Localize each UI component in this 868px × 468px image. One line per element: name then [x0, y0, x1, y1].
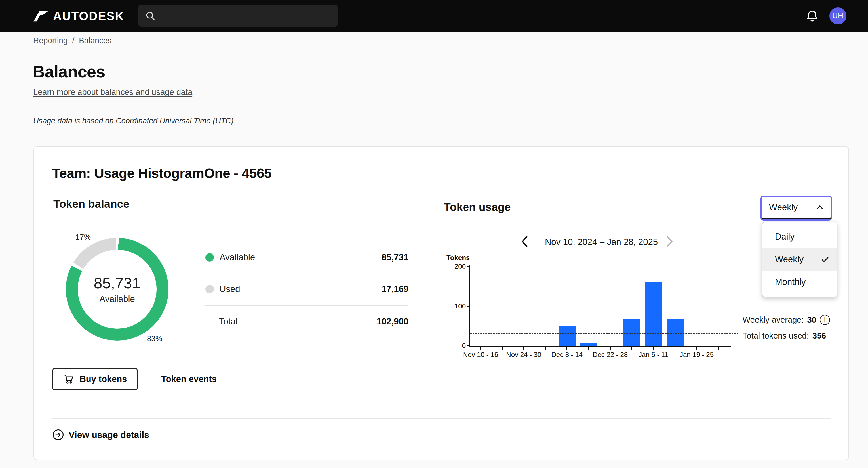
next-period-button[interactable] — [665, 235, 674, 248]
search-input[interactable] — [160, 11, 331, 21]
total-used-value: 356 — [812, 331, 826, 341]
info-icon[interactable]: i — [820, 315, 830, 325]
team-card-title: Team: Usage HistogramOne - 4565 — [52, 166, 272, 181]
learn-more-link[interactable]: Learn more about balances and usage data — [33, 87, 192, 97]
notifications-button[interactable] — [806, 9, 819, 22]
autodesk-mark-icon — [33, 11, 49, 22]
page-title: Balances — [33, 62, 105, 82]
chevron-right-icon — [665, 235, 674, 248]
utc-note: Usage data is based on Coordinated Unive… — [33, 117, 236, 125]
x-tick-mark — [631, 347, 632, 350]
chart-y-axis-title: Tokens — [446, 254, 470, 262]
legend-available-label: Available — [220, 252, 255, 263]
top-navbar: AUTODESK UH — [0, 0, 868, 31]
token-events-button[interactable]: Token events — [154, 368, 223, 390]
cart-icon — [63, 374, 74, 385]
donut-center-value: 85,731 — [94, 274, 141, 292]
y-tick-label: 100 — [442, 302, 466, 310]
x-tick-mark — [675, 347, 675, 350]
x-tick-mark — [523, 347, 524, 350]
breadcrumb-separator: / — [72, 36, 74, 45]
legend-row-available: Available 85,731 — [205, 250, 408, 265]
check-icon — [822, 257, 829, 262]
legend-used-label: Used — [220, 284, 240, 294]
donut-available-percent-label: 83% — [147, 334, 162, 343]
x-tick-label: Nov 24 - 30 — [499, 351, 548, 359]
available-dot-icon — [205, 253, 214, 262]
donut-center: 85,731 Available — [78, 250, 157, 329]
x-tick-label: Nov 10 - 16 — [457, 351, 505, 359]
token-balance-heading: Token balance — [53, 198, 129, 210]
donut-used-percent-label: 17% — [75, 233, 91, 241]
view-usage-details-label: View usage details — [69, 430, 149, 440]
date-range-label: Nov 10, 2024 – Jan 28, 2025 — [539, 237, 664, 247]
legend-total-label: Total — [205, 317, 238, 327]
x-axis-line — [469, 346, 731, 347]
breadcrumb: Reporting / Balances — [33, 36, 112, 45]
autodesk-wordmark: AUTODESK — [53, 9, 124, 23]
x-tick-mark — [588, 347, 589, 350]
token-usage-heading: Token usage — [444, 201, 511, 213]
x-tick-mark — [545, 347, 546, 350]
token-events-label: Token events — [161, 374, 217, 384]
used-dot-icon — [205, 285, 214, 293]
y-tick-mark — [467, 306, 470, 307]
user-avatar[interactable]: UH — [830, 7, 846, 24]
y-tick-label: 0 — [442, 342, 466, 350]
usage-bar[interactable] — [623, 319, 640, 346]
granularity-menu: DailyWeeklyMonthly — [762, 222, 837, 297]
usage-bar[interactable] — [559, 326, 576, 346]
team-balances-card: Team: Usage HistogramOne - 4565 Token ba… — [33, 146, 849, 460]
token-balance-donut-chart: 85,731 Available — [66, 238, 168, 341]
donut-center-label: Available — [99, 294, 135, 304]
menu-item-weekly[interactable]: Weekly — [763, 248, 837, 271]
search-icon — [145, 10, 156, 22]
y-tick-label: 200 — [442, 263, 466, 270]
menu-item-monthly[interactable]: Monthly — [763, 271, 837, 293]
usage-bar-chart: Tokens 0100200Nov 10 - 16Nov 24 - 30Dec … — [442, 253, 776, 367]
usage-bar[interactable] — [580, 343, 597, 346]
bell-icon — [806, 9, 819, 22]
x-tick-mark — [610, 347, 611, 350]
x-tick-mark — [696, 347, 697, 350]
x-tick-label: Jan 19 - 25 — [673, 351, 721, 359]
buy-tokens-label: Buy tokens — [80, 374, 127, 384]
granularity-select-value: Weekly — [769, 202, 798, 212]
legend-available-value: 85,731 — [381, 252, 408, 263]
autodesk-logo[interactable]: AUTODESK — [33, 9, 124, 23]
average-dashed-line — [470, 333, 738, 334]
usage-stats: Weekly average: 30 i Total tokens used: … — [743, 315, 830, 341]
weekly-average-label: Weekly average: — [743, 315, 804, 325]
chevron-left-icon — [521, 235, 529, 248]
arrow-right-circle-icon — [52, 429, 64, 441]
breadcrumb-balances: Balances — [79, 36, 112, 45]
legend-divider — [205, 305, 408, 306]
x-tick-label: Dec 8 - 14 — [543, 351, 591, 359]
legend-row-used: Used 17,169 — [205, 281, 408, 297]
x-tick-label: Dec 22 - 28 — [586, 351, 634, 359]
x-tick-mark — [718, 347, 719, 350]
card-footer-divider — [52, 418, 831, 419]
granularity-select[interactable]: Weekly — [761, 196, 832, 221]
legend-row-total: Total 102,900 — [205, 314, 408, 329]
weekly-average-value: 30 — [807, 315, 816, 325]
legend-total-value: 102,900 — [377, 317, 408, 327]
legend-used-value: 17,169 — [381, 284, 408, 294]
total-used-label: Total tokens used: — [743, 331, 809, 341]
breadcrumb-reporting[interactable]: Reporting — [33, 36, 67, 45]
y-tick-mark — [467, 266, 470, 267]
prev-period-button[interactable] — [521, 235, 529, 248]
usage-bar[interactable] — [645, 282, 662, 346]
x-tick-label: Jan 5 - 11 — [629, 351, 678, 359]
avatar-initials: UH — [830, 7, 846, 24]
y-tick-mark — [467, 345, 470, 346]
x-tick-mark — [502, 347, 503, 350]
chevron-up-icon — [816, 205, 824, 210]
menu-item-daily[interactable]: Daily — [763, 225, 837, 248]
buy-tokens-button[interactable]: Buy tokens — [53, 368, 137, 390]
x-tick-mark — [566, 347, 567, 350]
view-usage-details-link[interactable]: View usage details — [52, 429, 149, 441]
usage-bar[interactable] — [666, 319, 684, 346]
global-search[interactable] — [138, 5, 338, 27]
x-tick-mark — [653, 347, 654, 350]
